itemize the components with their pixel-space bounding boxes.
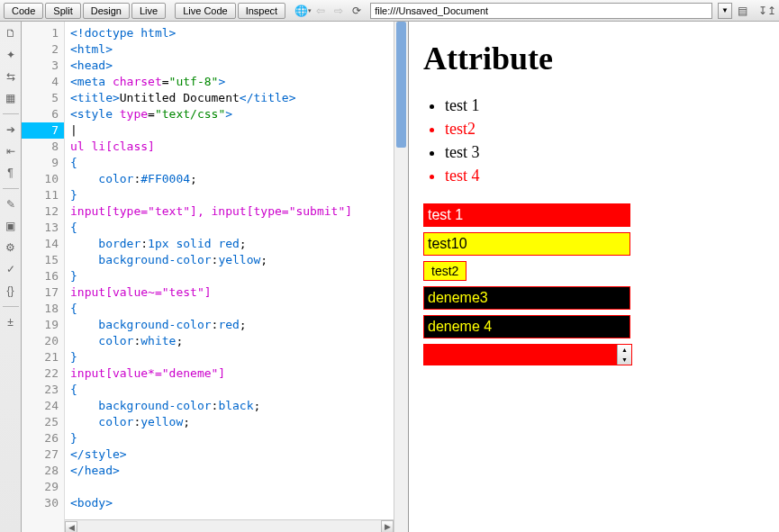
line-number: 4	[22, 74, 59, 90]
line-number: 26	[22, 430, 59, 446]
line-number: 13	[22, 220, 59, 236]
preview-number-input[interactable]: ▲ ▼	[423, 344, 632, 365]
code-line[interactable]: {	[70, 301, 394, 317]
code-line[interactable]: background-color:black;	[70, 398, 394, 414]
tool-wand-icon[interactable]: ✦	[3, 47, 19, 63]
code-view-button[interactable]: Code	[4, 3, 43, 19]
line-number: 22	[22, 365, 59, 382]
line-number: 12	[22, 203, 59, 220]
tool-arrow-left-icon[interactable]: ⇤	[3, 143, 19, 159]
code-line[interactable]: }	[70, 349, 394, 365]
line-gutter: 1234567891011121314151617181920212223242…	[22, 22, 65, 532]
list-item: test 4	[445, 164, 765, 187]
tool-plus-icon[interactable]: ±	[3, 314, 19, 330]
line-number: 9	[22, 155, 59, 171]
editor-vertical-scrollbar[interactable]	[394, 22, 408, 532]
globe-icon[interactable]: 🌐▾	[294, 3, 311, 19]
tool-comment-icon[interactable]: ✎	[3, 196, 19, 212]
code-line[interactable]: {	[70, 220, 394, 236]
code-line[interactable]: color:white;	[70, 333, 394, 349]
code-line[interactable]: </head>	[70, 463, 394, 479]
address-input[interactable]	[370, 3, 712, 19]
back-icon[interactable]: ⇦	[313, 3, 329, 19]
line-number: 21	[22, 349, 59, 365]
line-number: 15	[22, 252, 59, 268]
tool-square-icon[interactable]: ▣	[3, 218, 19, 234]
code-line[interactable]: <head>	[70, 58, 394, 74]
code-line[interactable]: background-color:yellow;	[70, 252, 394, 268]
preview-text-input[interactable]	[423, 286, 630, 310]
code-line[interactable]: {	[70, 155, 394, 171]
line-number: 20	[22, 333, 59, 349]
code-line[interactable]: }	[70, 430, 394, 446]
code-line[interactable]: <body>	[70, 495, 394, 511]
scroll-left-icon[interactable]: ◀	[65, 521, 77, 532]
code-area[interactable]: <!doctype html><html><head><meta charset…	[65, 22, 394, 532]
code-line[interactable]: color:#FF0004;	[70, 171, 394, 187]
code-line[interactable]: input[type="text"], input[type="submit"]	[70, 203, 394, 220]
preview-submit-button[interactable]: test2	[423, 261, 466, 281]
line-number: 7	[22, 122, 64, 139]
preview-text-input[interactable]	[423, 203, 630, 227]
line-number: 17	[22, 284, 59, 301]
code-line[interactable]: <style type="text/css">	[70, 106, 394, 122]
line-number: 11	[22, 187, 59, 203]
main-toolbar: Code Split Design Live Live Code Inspect…	[0, 0, 779, 22]
preview-text-input[interactable]	[423, 315, 630, 338]
line-number: 1	[22, 25, 59, 41]
line-number: 5	[22, 90, 59, 106]
line-number: 19	[22, 317, 59, 333]
code-line[interactable]: color:yellow;	[70, 414, 394, 430]
line-number: 6	[22, 106, 59, 122]
sort-icon[interactable]: ↧↥	[759, 3, 775, 19]
list-icon[interactable]: ▤	[734, 3, 750, 19]
line-number: 27	[22, 446, 59, 463]
live-view-button[interactable]: Live	[131, 3, 166, 19]
code-line[interactable]: <meta charset="utf-8">	[70, 74, 394, 90]
code-line[interactable]: {	[70, 382, 394, 398]
code-line[interactable]	[70, 479, 394, 495]
workspace: 🗋 ✦ ⇆ ▦ ➔ ⇤ ¶ ✎ ▣ ⚙ ✓ {} ± 1234567891011…	[0, 22, 779, 532]
refresh-icon[interactable]: ⟳	[349, 3, 365, 19]
preview-text-input[interactable]	[423, 232, 630, 256]
code-line[interactable]: |	[70, 122, 394, 139]
list-item: test2	[445, 117, 765, 140]
code-line[interactable]: ul li[class]	[70, 139, 394, 155]
line-number: 3	[22, 58, 59, 74]
code-line[interactable]: input[value~="test"]	[70, 284, 394, 301]
code-line[interactable]: }	[70, 268, 394, 284]
spinner-down-icon[interactable]: ▼	[618, 355, 631, 365]
code-line[interactable]: input[value*="deneme"]	[70, 365, 394, 382]
tool-quote-icon[interactable]: ¶	[3, 165, 19, 181]
spinner-up-icon[interactable]: ▲	[618, 345, 631, 355]
tool-gear-icon[interactable]: ⚙	[3, 239, 19, 256]
line-number: 18	[22, 301, 59, 317]
line-number: 14	[22, 236, 59, 252]
code-line[interactable]: <title>Untitled Document</title>	[70, 90, 394, 106]
design-view-button[interactable]: Design	[83, 3, 130, 19]
code-line[interactable]: <html>	[70, 41, 394, 58]
inspect-button[interactable]: Inspect	[238, 3, 285, 19]
tool-check-icon[interactable]: ✓	[3, 261, 19, 277]
split-view-button[interactable]: Split	[45, 3, 80, 19]
live-code-button[interactable]: Live Code	[175, 3, 236, 19]
list-item: test 1	[445, 94, 765, 117]
address-dropdown[interactable]: ▼	[718, 3, 732, 19]
scroll-right-icon[interactable]: ▶	[381, 520, 394, 532]
code-line[interactable]: border:1px solid red;	[70, 236, 394, 252]
tool-document-icon[interactable]: 🗋	[3, 25, 19, 41]
line-number: 25	[22, 414, 59, 430]
number-spinner[interactable]: ▲ ▼	[617, 345, 631, 365]
tool-grid-icon[interactable]: ▦	[3, 90, 19, 106]
forward-icon[interactable]: ⇨	[331, 3, 347, 19]
tool-pair-icon[interactable]: ⇆	[3, 68, 19, 85]
code-line[interactable]: }	[70, 187, 394, 203]
code-line[interactable]: <!doctype html>	[70, 25, 394, 41]
code-line[interactable]: </style>	[70, 446, 394, 463]
editor-horizontal-scrollbar[interactable]: ◀ ▶	[65, 519, 394, 532]
code-line[interactable]: background-color:red;	[70, 317, 394, 333]
line-number: 8	[22, 139, 59, 155]
tool-arrow-right-icon[interactable]: ➔	[3, 122, 19, 138]
tool-braces-icon[interactable]: {}	[3, 283, 19, 299]
line-number: 28	[22, 463, 59, 479]
